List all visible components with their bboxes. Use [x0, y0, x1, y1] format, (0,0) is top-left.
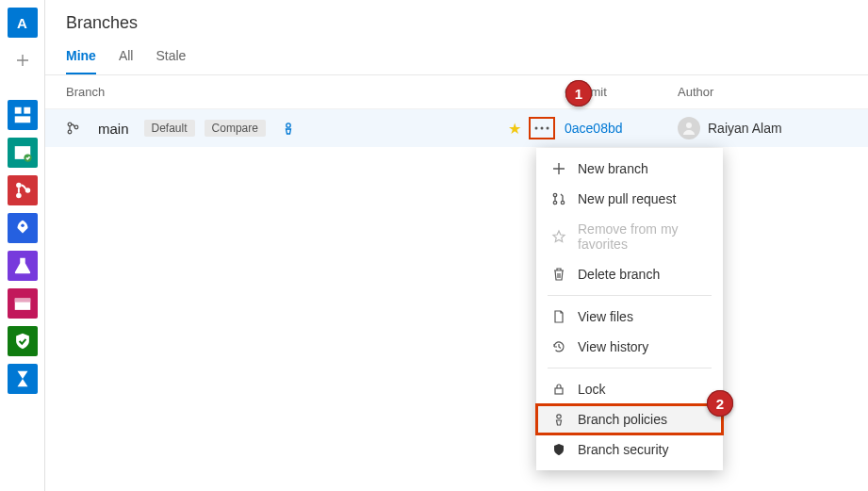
author-avatar — [678, 117, 700, 139]
rocket-icon — [12, 218, 33, 238]
shield-icon — [551, 442, 566, 457]
page-title: Branches — [45, 0, 868, 39]
security-nav[interactable] — [8, 326, 38, 356]
menu-view-files-label: View files — [578, 309, 633, 324]
favorite-star-icon[interactable]: ★ — [508, 120, 521, 138]
branch-tabs: Mine All Stale — [45, 39, 868, 75]
pull-request-icon — [551, 191, 566, 206]
menu-lock[interactable]: Lock — [536, 374, 723, 404]
boards-icon — [12, 142, 33, 163]
svg-point-21 — [561, 201, 564, 204]
overview-nav[interactable] — [8, 100, 38, 130]
default-badge: Default — [144, 120, 195, 137]
package-icon — [12, 293, 33, 314]
boards-nav[interactable] — [8, 138, 38, 168]
add-project-button[interactable] — [8, 45, 38, 75]
menu-new-branch-label: New branch — [578, 161, 648, 176]
svg-point-11 — [68, 123, 72, 126]
svg-point-6 — [16, 193, 22, 199]
person-icon — [681, 121, 696, 136]
svg-point-12 — [68, 130, 72, 134]
file-icon — [551, 309, 566, 324]
left-rail: A — [0, 0, 45, 491]
shield-check-icon — [12, 331, 33, 352]
menu-new-branch[interactable]: New branch — [536, 154, 723, 184]
svg-rect-0 — [14, 107, 21, 114]
flask-icon — [12, 255, 33, 276]
more-options-button[interactable] — [529, 117, 555, 139]
project-avatar[interactable]: A — [8, 8, 38, 38]
menu-new-pr-label: New pull request — [578, 191, 676, 206]
branch-row[interactable]: main Default Compare ★ 0ace08bd Raiyan A… — [45, 109, 868, 147]
repos-icon — [12, 180, 33, 201]
pipelines-nav[interactable] — [8, 213, 38, 243]
menu-branch-policies-label: Branch policies — [578, 412, 667, 427]
author-name: Raiyan Alam — [708, 121, 782, 136]
table-header: Branch Commit Author — [45, 75, 868, 109]
svg-point-17 — [547, 127, 549, 130]
test-plans-nav[interactable] — [8, 251, 38, 281]
menu-delete-branch[interactable]: Delete branch — [536, 259, 723, 289]
branch-name[interactable]: main — [98, 121, 129, 137]
menu-view-history-label: View history — [578, 339, 648, 354]
svg-rect-1 — [24, 107, 30, 114]
svg-rect-2 — [14, 116, 30, 123]
tab-mine[interactable]: Mine — [66, 48, 96, 74]
lock-icon — [551, 382, 566, 397]
menu-new-pull-request[interactable]: New pull request — [536, 184, 723, 214]
tab-all[interactable]: All — [119, 48, 134, 74]
menu-remove-favorite: Remove from my favorites — [536, 214, 723, 259]
ellipsis-icon — [534, 126, 549, 130]
tab-stale[interactable]: Stale — [156, 48, 186, 74]
history-icon — [551, 339, 566, 354]
artifacts-nav[interactable] — [8, 288, 38, 319]
menu-branch-security[interactable]: Branch security — [536, 434, 723, 465]
menu-delete-branch-label: Delete branch — [578, 267, 660, 282]
callout-1: 1 — [565, 80, 592, 106]
callout-2: 2 — [707, 390, 733, 417]
svg-point-16 — [541, 127, 544, 130]
hourglass-icon — [12, 368, 33, 389]
policy-icon — [551, 412, 566, 427]
svg-rect-22 — [555, 388, 563, 394]
menu-view-history[interactable]: View history — [536, 332, 723, 362]
repos-nav[interactable] — [8, 175, 38, 205]
author-cell: Raiyan Alam — [678, 117, 847, 139]
svg-point-18 — [686, 123, 692, 128]
svg-point-23 — [557, 415, 561, 418]
col-branch-header: Branch — [66, 85, 565, 99]
menu-lock-label: Lock — [578, 382, 606, 397]
trash-icon — [551, 267, 566, 282]
menu-view-files[interactable]: View files — [536, 302, 723, 332]
star-outline-icon — [551, 229, 566, 244]
menu-branch-security-label: Branch security — [578, 442, 668, 457]
menu-separator — [548, 368, 712, 368]
dashboard-icon — [12, 105, 33, 125]
svg-rect-10 — [14, 299, 30, 303]
branch-context-menu: New branch New pull request Remove from … — [536, 148, 723, 470]
main-content: Branches Mine All Stale Branch Commit Au… — [45, 0, 868, 491]
svg-point-19 — [553, 193, 556, 196]
svg-point-20 — [553, 201, 556, 204]
menu-branch-policies[interactable]: Branch policies — [536, 404, 723, 434]
svg-point-8 — [21, 223, 25, 227]
branch-icon — [66, 121, 81, 136]
plus-icon — [551, 161, 566, 176]
svg-point-14 — [287, 123, 290, 127]
plus-icon — [15, 53, 30, 68]
menu-remove-fav-label: Remove from my favorites — [578, 221, 708, 252]
compare-badge[interactable]: Compare — [205, 120, 266, 137]
col-author-header: Author — [678, 85, 847, 99]
svg-point-15 — [535, 127, 538, 130]
svg-point-5 — [16, 183, 22, 188]
policy-icon[interactable] — [281, 121, 296, 136]
hourglass-nav[interactable] — [8, 364, 38, 394]
menu-separator — [548, 295, 712, 296]
commit-hash-link[interactable]: 0ace08bd — [565, 121, 678, 136]
